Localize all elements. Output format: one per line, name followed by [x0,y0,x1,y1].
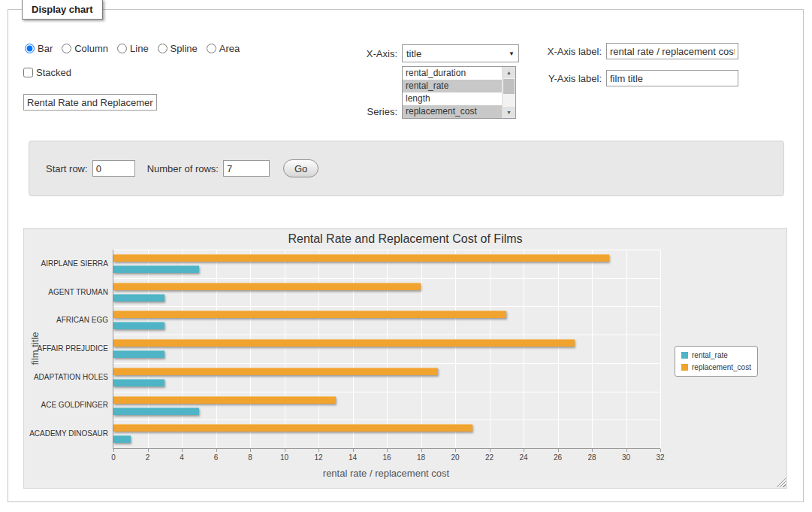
num-rows-input[interactable] [223,160,270,177]
x-axis-select-row: X-Axis: title ▼ [331,44,519,62]
chart-container: Rental Rate and Replacement Cost of Film… [23,228,787,489]
series-scrollbar[interactable]: ▲ ▼ [502,67,515,118]
x-axis-select-label: X-Axis: [331,48,397,59]
category-label: ACE GOLDFINGER [27,401,108,409]
gridline-vertical [626,250,627,448]
x-tick-mark [318,449,319,452]
stacked-option[interactable]: Stacked [23,67,71,78]
gridline-horizontal [113,335,660,335]
gridline-vertical [182,250,183,448]
series-options: rental_durationrental_ratelengthreplacem… [403,67,503,118]
gridline-vertical [216,250,217,448]
gridline-vertical [421,250,422,448]
start-row-label: Start row: [46,163,88,174]
start-row-input[interactable] [92,160,135,177]
bar-replacement_cost[interactable] [113,254,609,262]
x-axis-label-field: X-Axis label: [534,43,738,59]
resize-grip-icon[interactable] [776,477,786,487]
x-tick-label: 14 [342,453,364,462]
fieldset-legend: Display chart [22,0,103,20]
series-option-length[interactable]: length [403,92,503,105]
x-tick-label: 32 [649,453,672,462]
chart-title-input[interactable] [23,94,157,111]
chart-type-option-column[interactable]: Column [62,43,108,54]
x-tick-mark [592,449,593,452]
dropdown-arrow-icon: ▼ [509,50,515,57]
x-tick-mark [421,449,422,452]
category-label: ACADEMY DINOSAUR [27,429,108,438]
series-listbox[interactable]: rental_durationrental_ratelengthreplacem… [402,66,516,119]
x-tick-label: 26 [547,453,569,462]
x-tick-mark [353,449,354,452]
bar-replacement_cost[interactable] [113,368,438,375]
go-button[interactable]: Go [283,159,318,177]
gridline-vertical [660,250,661,448]
legend-item-rental_rate[interactable]: rental_rate [681,351,751,359]
x-tick-mark [182,449,183,452]
bar-replacement_cost[interactable] [113,424,472,432]
x-tick-mark [285,449,285,452]
gridline-vertical [148,250,149,448]
y-axis-label-label: Y-Axis label: [534,73,602,84]
x-tick-label: 12 [307,453,330,462]
gridline-horizontal [113,392,660,392]
legend-swatch-icon [681,364,688,371]
x-tick-label: 24 [512,453,535,462]
bar-replacement_cost[interactable] [113,283,421,290]
bar-rental_rate[interactable] [113,435,131,443]
x-axis-label-label: X-Axis label: [534,46,602,57]
x-tick-mark [148,449,149,452]
category-label: ADAPTATION HOLES [27,373,108,381]
chart-type-radio-line[interactable] [117,44,127,53]
series-option-replacement_cost[interactable]: replacement_cost [403,105,503,118]
gridline-horizontal [113,306,660,307]
gridline-horizontal [113,278,660,279]
stacked-checkbox[interactable] [23,68,33,77]
chart-type-option-area[interactable]: Area [207,43,240,54]
bar-replacement_cost[interactable] [113,396,336,404]
chart-type-radio-bar[interactable] [25,44,35,53]
x-tick-mark [626,449,627,452]
gridline-vertical [353,250,354,448]
chart-type-option-spline[interactable]: Spline [158,43,198,54]
x-tick-mark [455,449,456,452]
gridline-vertical [387,250,388,448]
gridline-horizontal [113,250,660,250]
gridline-vertical [490,250,491,448]
x-tick-mark [216,449,217,452]
scroll-down-button[interactable]: ▼ [503,107,515,118]
series-option-rental_duration[interactable]: rental_duration [403,67,503,80]
chart-type-option-bar[interactable]: Bar [25,43,53,54]
x-tick-mark [387,449,388,452]
bar-rental_rate[interactable] [113,350,165,358]
x-tick-mark [558,449,559,452]
legend-item-replacement_cost[interactable]: replacement_cost [681,363,751,371]
bar-replacement_cost[interactable] [113,311,506,318]
bar-replacement_cost[interactable] [113,339,575,347]
plot-area: 02468101214161820222426283032AIRPLANE SI… [113,250,660,449]
x-tick-mark [524,449,524,452]
y-axis-label-input[interactable] [606,70,738,86]
chart-type-option-line[interactable]: Line [117,43,149,54]
x-tick-label: 20 [444,453,466,462]
row-control-panel: Start row: Number of rows: Go [29,141,784,196]
scroll-up-button[interactable]: ▲ [503,67,515,78]
bar-rental_rate[interactable] [113,294,165,301]
bar-rental_rate[interactable] [113,407,199,415]
chart-type-radio-spline[interactable] [158,44,168,53]
series-option-rental_rate[interactable]: rental_rate [403,80,503,92]
x-axis-label-input[interactable] [606,43,738,59]
chart-type-radio-column[interactable] [62,44,71,53]
bar-rental_rate[interactable] [113,322,165,329]
x-tick-mark [490,449,491,452]
bar-rental_rate[interactable] [113,379,165,386]
gridline-vertical [592,250,593,448]
chart-title: Rental Rate and Replacement Cost of Film… [24,232,786,246]
legend-label: replacement_cost [692,363,751,371]
scroll-down-icon: ▼ [506,110,512,115]
scrollbar-thumb[interactable] [503,79,515,94]
gridline-vertical [455,250,456,448]
bar-rental_rate[interactable] [113,265,199,273]
chart-type-radio-area[interactable] [207,44,216,53]
x-axis-select[interactable]: title ▼ [402,44,519,62]
